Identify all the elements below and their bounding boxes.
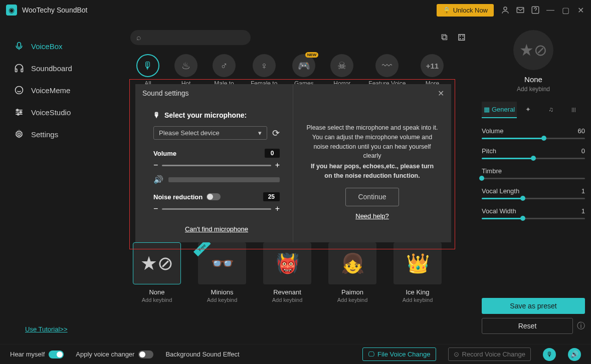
- sidebar-item-soundboard[interactable]: Soundboard: [0, 57, 120, 79]
- voice-thumb: 👧: [328, 242, 376, 284]
- minimize-icon[interactable]: —: [546, 6, 555, 15]
- refresh-icon[interactable]: ⟳: [272, 128, 280, 139]
- hear-label: Hear myself: [10, 350, 45, 358]
- right-panel: ★⊘ None Add keybind ▦General ✦ ♫ ⫼ Volum…: [476, 20, 591, 344]
- noise-slider[interactable]: [162, 208, 271, 210]
- voice-card-paimon[interactable]: ◆ 👧 Paimon Add keybind: [328, 242, 377, 303]
- param-timbre: Timbre: [482, 167, 585, 179]
- plus-icon[interactable]: +: [275, 204, 280, 213]
- record-voice-button[interactable]: ⊙Record Voice Change: [448, 347, 531, 361]
- modal-instructions: Please select the microphone and speak i…: [306, 123, 438, 161]
- save-preset-button[interactable]: Save as preset: [482, 298, 585, 314]
- minus-icon[interactable]: −: [153, 161, 158, 170]
- cant-find-link[interactable]: Can't find microphone: [153, 225, 280, 233]
- tutorial-link[interactable]: Use Tutorial>>: [25, 325, 68, 333]
- minus-icon[interactable]: −: [153, 204, 158, 213]
- param-slider[interactable]: [482, 218, 585, 219]
- tab-music[interactable]: ♫: [540, 102, 562, 118]
- param-pitch: Pitch0: [482, 147, 585, 159]
- unlock-label: Unlock Now: [453, 7, 488, 14]
- category-male[interactable]: ♂Male to: [213, 54, 236, 87]
- voice-card-none[interactable]: ★⊘ None Add keybind: [132, 242, 181, 303]
- mail-icon[interactable]: [516, 6, 525, 15]
- game-icon: 🎮NEW: [292, 54, 315, 77]
- wave-icon: 〰: [375, 54, 399, 77]
- info-icon[interactable]: ⓘ: [577, 321, 585, 331]
- category-games[interactable]: 🎮NEWGames: [292, 54, 315, 87]
- sparkle-icon: ✦: [525, 106, 531, 113]
- sidebar-label: Soundboard: [31, 64, 72, 73]
- sidebar-item-voicememe[interactable]: VoiceMeme: [0, 79, 120, 101]
- device-placeholder: Please Select device: [159, 129, 220, 137]
- param-label: Vocal Width: [482, 207, 516, 215]
- volume-slider[interactable]: [162, 165, 271, 166]
- category-hot[interactable]: ♨Hot: [174, 54, 198, 87]
- preview-avatar: ★⊘: [513, 30, 553, 70]
- studio-icon: [14, 107, 24, 117]
- speaker-icon: 🔊: [153, 175, 163, 184]
- category-all[interactable]: 🎙All: [136, 54, 159, 87]
- param-slider[interactable]: [482, 138, 585, 139]
- app-logo: ◉: [6, 5, 17, 16]
- plus-icon[interactable]: +: [275, 161, 280, 170]
- svg-point-9: [18, 114, 19, 115]
- category-horror[interactable]: ☠Horror: [330, 54, 353, 87]
- sidebar-label: VoiceBox: [31, 42, 63, 51]
- device-select[interactable]: Please Select device ▾: [153, 126, 267, 140]
- param-label: Pitch: [482, 147, 496, 155]
- sidebar-label: VoiceStudio: [31, 108, 71, 117]
- mic-icon: 🎙: [136, 54, 159, 77]
- skull-icon: ☠: [330, 54, 353, 77]
- search-input[interactable]: ⌕: [130, 30, 251, 45]
- svg-rect-3: [18, 43, 21, 48]
- continue-button[interactable]: Continue: [345, 188, 399, 206]
- mic-title-label: Select your microphone:: [164, 111, 247, 119]
- file-voice-button[interactable]: 🖵File Voice Change: [362, 347, 436, 361]
- param-slider[interactable]: [482, 158, 585, 159]
- external-link-icon[interactable]: ⧉: [441, 32, 448, 43]
- hear-toggle[interactable]: [49, 350, 64, 358]
- param-slider[interactable]: [482, 178, 585, 179]
- voice-card-minions[interactable]: ◆ Free👓 Minions Add keybind: [198, 242, 247, 303]
- param-slider[interactable]: [482, 198, 585, 199]
- maximize-icon[interactable]: ▢: [561, 6, 570, 15]
- category-more[interactable]: +11More: [421, 54, 444, 87]
- voice-card-iceking[interactable]: ◆ 👑 Ice King Add keybind: [393, 242, 442, 303]
- svg-rect-4: [16, 69, 17, 72]
- preview-keybind[interactable]: Add keybind: [482, 86, 585, 93]
- unlock-button[interactable]: 🔒 Unlock Now: [437, 4, 494, 17]
- dice-icon[interactable]: ⚃: [458, 32, 466, 43]
- titlebar: ◉ WooTechy SoundBot 🔒 Unlock Now — ▢ ✕: [0, 0, 591, 20]
- param-label: Timbre: [482, 167, 502, 175]
- voice-card-revenant[interactable]: ◆ 👹 Revenant Add keybind: [263, 242, 312, 303]
- category-feature[interactable]: 〰Feature Voice: [368, 54, 406, 87]
- param-label: Volume: [482, 127, 503, 135]
- tab-equalizer[interactable]: ⫼: [562, 102, 585, 118]
- mic-button[interactable]: 🎙: [543, 348, 556, 361]
- reset-button[interactable]: Reset: [482, 318, 573, 334]
- tab-general[interactable]: ▦General: [482, 102, 517, 118]
- need-help-link[interactable]: Need help?: [355, 212, 389, 220]
- user-icon[interactable]: [501, 6, 510, 15]
- close-icon[interactable]: ✕: [576, 6, 585, 15]
- sidebar: VoiceBox Soundboard VoiceMeme VoiceStudi…: [0, 20, 120, 344]
- help-icon[interactable]: [531, 6, 540, 15]
- chevron-down-icon: ▾: [258, 129, 262, 137]
- volume-label: Volume: [153, 150, 176, 157]
- category-row: 🎙All ♨Hot ♂Male to ♀Female to 🎮NEWGames …: [130, 54, 466, 87]
- category-female[interactable]: ♀Female to: [251, 54, 277, 87]
- modal-close-icon[interactable]: ✕: [438, 89, 444, 98]
- sidebar-item-settings[interactable]: Settings: [0, 123, 120, 145]
- svg-point-10: [18, 133, 21, 136]
- monitor-icon: 🖵: [368, 350, 374, 358]
- bottom-bar: Hear myself Apply voice changer Backgrou…: [0, 344, 591, 364]
- tab-effects[interactable]: ✦: [517, 102, 539, 118]
- apply-toggle[interactable]: [138, 350, 153, 358]
- noise-toggle[interactable]: [207, 193, 221, 200]
- sidebar-item-voicestudio[interactable]: VoiceStudio: [0, 101, 120, 123]
- voice-thumb: ★⊘: [133, 242, 181, 284]
- param-value: 60: [578, 127, 585, 135]
- sidebar-item-voicebox[interactable]: VoiceBox: [0, 35, 120, 57]
- meme-icon: [14, 85, 24, 95]
- speaker-button[interactable]: 🔊: [568, 348, 581, 361]
